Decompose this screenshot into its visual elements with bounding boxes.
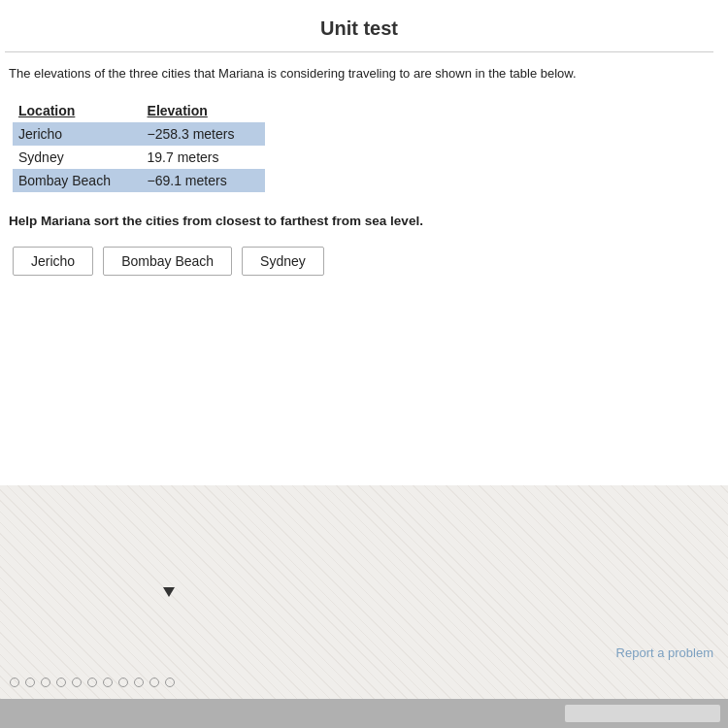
pagination-dot[interactable] xyxy=(165,678,175,687)
pagination-dot[interactable] xyxy=(103,678,113,687)
city-sort-button[interactable]: Bombay Beach xyxy=(103,247,232,276)
table-cell-location: Sydney xyxy=(13,146,142,169)
table-cell-elevation: 19.7 meters xyxy=(142,146,265,169)
elevation-table: Location Elevation Jericho−258.3 metersS… xyxy=(13,99,265,192)
pagination-dot[interactable] xyxy=(41,678,50,687)
city-sort-button[interactable]: Sydney xyxy=(242,247,324,276)
intro-text: The elevations of the three cities that … xyxy=(5,64,713,83)
city-buttons-container: JerichoBombay BeachSydney xyxy=(13,247,713,276)
taskbar-search[interactable] xyxy=(565,705,720,722)
sort-instruction: Help Mariana sort the cities from closes… xyxy=(5,212,713,231)
cursor-icon xyxy=(163,587,175,597)
city-sort-button[interactable]: Jericho xyxy=(13,247,93,276)
report-problem-link[interactable]: Report a problem xyxy=(616,645,713,660)
screen: Unit test The elevations of the three ci… xyxy=(0,0,728,699)
page-content: Unit test The elevations of the three ci… xyxy=(0,0,728,485)
table-row: Bombay Beach−69.1 meters xyxy=(13,169,265,192)
col-header-location: Location xyxy=(13,99,142,122)
table-row: Sydney19.7 meters xyxy=(13,146,265,169)
pagination-dot[interactable] xyxy=(134,678,144,687)
pagination-dot[interactable] xyxy=(149,678,159,687)
table-cell-elevation: −69.1 meters xyxy=(142,169,265,192)
pagination-dot[interactable] xyxy=(72,678,82,687)
pagination-dot[interactable] xyxy=(10,678,19,687)
table-cell-location: Jericho xyxy=(13,122,142,146)
pagination-dot[interactable] xyxy=(25,678,35,687)
taskbar xyxy=(0,699,728,728)
page-title: Unit test xyxy=(5,10,713,52)
pagination-dots xyxy=(10,678,175,687)
table-row: Jericho−258.3 meters xyxy=(13,122,265,146)
col-header-elevation: Elevation xyxy=(142,99,265,122)
pagination-dot[interactable] xyxy=(118,678,128,687)
pagination-dot[interactable] xyxy=(56,678,66,687)
table-cell-location: Bombay Beach xyxy=(13,169,142,192)
pagination-dot[interactable] xyxy=(87,678,97,687)
table-cell-elevation: −258.3 meters xyxy=(142,122,265,146)
